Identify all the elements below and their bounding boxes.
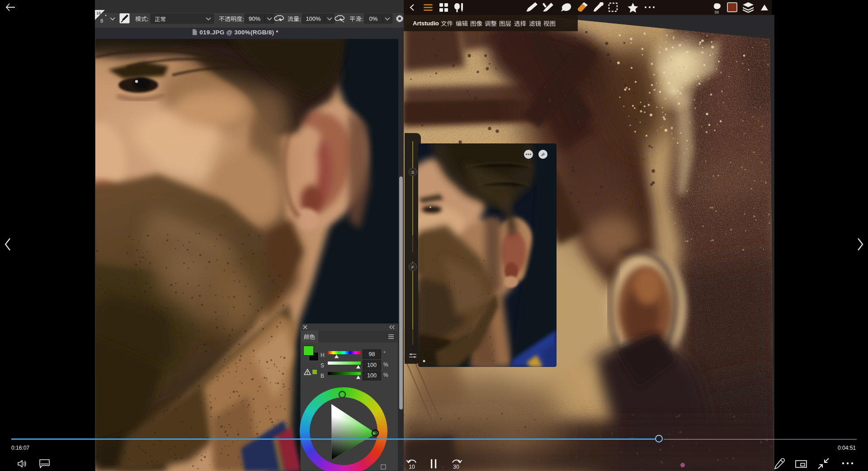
svg-text:30: 30 xyxy=(453,464,459,470)
svg-text:S: S xyxy=(411,170,414,175)
svg-text:16: 16 xyxy=(96,11,101,15)
svg-text:F: F xyxy=(411,265,414,270)
svg-text:10: 10 xyxy=(409,464,415,470)
